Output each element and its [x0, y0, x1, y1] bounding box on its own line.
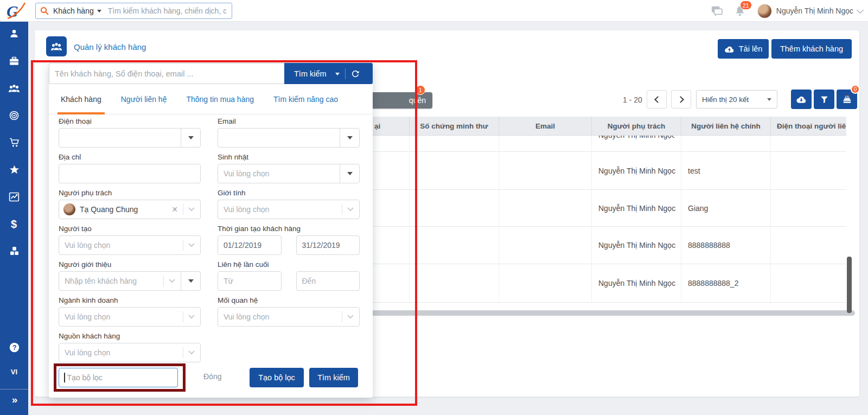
chevron-down-icon	[188, 243, 195, 247]
email-input[interactable]	[218, 133, 340, 142]
field-label: Email	[218, 117, 360, 125]
dropdown-caret-button[interactable]	[181, 129, 200, 147]
panel-search-button[interactable]: Tìm kiếm	[284, 63, 373, 84]
created-to-input[interactable]	[297, 241, 360, 250]
created-from-field[interactable]	[218, 235, 282, 255]
tab-thong-tin-mua-hang[interactable]: Thông tin mua hàng	[186, 84, 254, 114]
upload-button[interactable]: Tải lên	[718, 39, 769, 59]
create-filter-button[interactable]: Tạo bộ lọc	[250, 368, 304, 387]
last-contact-to-field[interactable]	[296, 271, 360, 291]
chevron-right-icon	[677, 96, 684, 103]
sidebar-item-contacts[interactable]	[0, 79, 28, 98]
creator-select[interactable]: Vui lòng chọn	[59, 235, 201, 255]
sidebar-item-reports[interactable]	[0, 187, 28, 207]
birthday-select[interactable]: Vui lòng chọn	[218, 164, 360, 183]
chevron-down-icon	[169, 279, 175, 283]
assignee-value: Tạ Quang Chung	[75, 205, 171, 214]
page-size-label: Hiển thị 20 kết	[702, 95, 749, 104]
table-row[interactable]: Nguyễn Thị Minh Ngọc	[367, 136, 846, 152]
created-to-field[interactable]	[296, 235, 360, 255]
help-button[interactable]: ?	[0, 337, 28, 357]
referrer-combobox[interactable]: Nhập tên khách hàng	[59, 271, 201, 291]
search-scope-select[interactable]: Khách hàng	[53, 7, 94, 15]
relationship-select[interactable]: Vui lòng chọn	[218, 307, 360, 327]
sidebar-item-finance[interactable]: $	[0, 214, 28, 234]
app-logo[interactable]: G	[4, 2, 28, 20]
sidebar-item-customers[interactable]	[0, 24, 28, 43]
creator-placeholder: Vui lòng chọn	[59, 241, 183, 250]
industry-select[interactable]: Vui lòng chọn	[59, 307, 201, 327]
gender-select[interactable]: Vui lòng chọn	[218, 200, 360, 219]
filter-button[interactable]	[814, 90, 834, 109]
export-button[interactable]	[791, 90, 812, 109]
pagination-next-button[interactable]	[671, 90, 691, 108]
users-group-icon	[8, 83, 20, 94]
horizontal-scrollbar[interactable]	[367, 310, 855, 316]
search-submit-button[interactable]: Tìm kiếm	[309, 368, 358, 387]
dropdown-caret-button[interactable]	[340, 164, 359, 183]
chevron-down-icon	[188, 136, 194, 142]
birthday-cake-icon	[842, 94, 852, 104]
topbar-right: 21 Nguyễn Thị Minh Ngọc	[711, 0, 863, 22]
cell-contact: 8888888888	[681, 227, 771, 264]
sidebar-expand-button[interactable]: »	[0, 394, 28, 406]
cell-contact: 8888888888_2	[681, 264, 771, 302]
refresh-icon[interactable]	[351, 69, 360, 78]
user-menu[interactable]: Nguyễn Thị Minh Ngọc	[757, 4, 863, 18]
cloud-download-icon	[796, 95, 807, 104]
last-contact-from-field[interactable]	[218, 271, 282, 291]
address-input[interactable]	[59, 169, 200, 178]
keyword-input[interactable]	[49, 63, 284, 84]
dropdown-caret-button[interactable]	[340, 129, 359, 147]
target-icon	[9, 110, 20, 121]
assignee-select[interactable]: Tạ Quang Chung ✕	[59, 200, 201, 219]
search-input[interactable]	[107, 6, 227, 16]
phone-input[interactable]	[59, 133, 181, 142]
table-row[interactable]: Nguyễn Thị Minh Ngọc test	[367, 152, 846, 190]
address-field[interactable]	[59, 164, 201, 183]
chevron-down-icon	[188, 315, 195, 319]
forgotten-customers-tab[interactable]: quên	[367, 92, 432, 108]
table-row[interactable]: Nguyễn Thị Minh Ngọc 8888888888_2	[367, 264, 846, 303]
last-contact-to-input[interactable]	[297, 277, 360, 285]
search-filter-panel: Tìm kiếm Khách hàng Người liên hệ Thông …	[49, 63, 373, 398]
field-label: Sinh nhật	[218, 153, 360, 161]
tab-khach-hang[interactable]: Khách hàng	[61, 84, 101, 114]
users-group-icon	[50, 41, 62, 52]
tab-nguoi-lien-he[interactable]: Người liên hệ	[121, 84, 167, 114]
pagination-prev-button[interactable]	[647, 90, 667, 108]
panel-tabs: Khách hàng Người liên hệ Thông tin mua h…	[49, 84, 373, 114]
tab-tim-kiem-nang-cao[interactable]: Tìm kiếm nâng cao	[273, 84, 338, 114]
source-select[interactable]: Vui lòng chọn	[59, 343, 201, 362]
field-label: Người giới thiệu	[59, 260, 201, 269]
language-toggle[interactable]: VI	[0, 368, 28, 376]
table-row[interactable]: Nguyễn Thị Minh Ngọc Giang	[367, 190, 846, 227]
funnel-icon	[820, 95, 829, 104]
messages-button[interactable]	[711, 5, 723, 16]
last-contact-from-input[interactable]	[218, 277, 281, 285]
table-row[interactable]: Nguyễn Thị Minh Ngọc 8888888888	[367, 227, 846, 264]
add-customer-button[interactable]: Thêm khách hàng	[771, 39, 852, 59]
sidebar-item-targets[interactable]	[0, 106, 28, 125]
phone-combobox[interactable]	[59, 128, 201, 148]
search-icon	[40, 7, 49, 15]
chevron-down-icon	[335, 73, 340, 78]
chevron-down-icon[interactable]	[97, 10, 101, 15]
field-label: Người tạo	[59, 225, 201, 233]
sidebar-item-orders[interactable]	[0, 133, 28, 152]
created-from-input[interactable]	[218, 241, 281, 250]
page-size-select[interactable]: Hiển thị 20 kết	[696, 90, 777, 108]
field-label: Giới tính	[218, 189, 360, 197]
clear-icon[interactable]: ✕	[171, 205, 178, 214]
page-title: Quản lý khách hàng	[74, 42, 146, 52]
notifications-button[interactable]: 21	[735, 5, 745, 17]
sidebar-item-products[interactable]	[0, 241, 28, 261]
gender-placeholder: Vui lòng chọn	[218, 205, 342, 214]
sidebar-item-favorites[interactable]	[0, 160, 28, 180]
dropdown-caret-button[interactable]	[181, 272, 200, 290]
sidebar-item-work[interactable]	[0, 52, 28, 71]
email-combobox[interactable]	[218, 128, 360, 148]
vertical-scrollbar-thumb[interactable]	[847, 257, 852, 313]
close-button[interactable]: Đóng	[203, 372, 221, 381]
star-icon	[9, 164, 20, 175]
